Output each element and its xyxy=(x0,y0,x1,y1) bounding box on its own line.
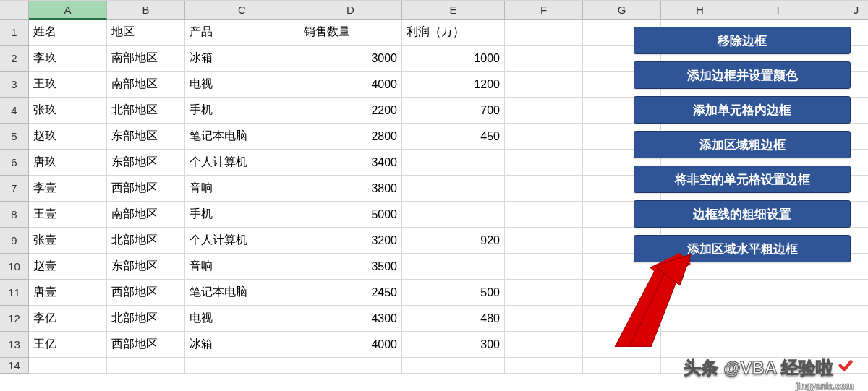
data-cell[interactable]: 东部地区 xyxy=(107,254,185,280)
data-cell[interactable]: 3400 xyxy=(299,150,402,176)
column-header-A[interactable]: A xyxy=(29,1,107,20)
column-header-E[interactable]: E xyxy=(402,1,505,20)
select-all-corner[interactable] xyxy=(0,1,29,20)
add-border-color-button[interactable]: 添加边框并设置颜色 xyxy=(634,61,851,89)
row-header-13[interactable]: 13 xyxy=(0,332,29,358)
data-cell[interactable] xyxy=(583,332,661,358)
data-cell[interactable]: 4000 xyxy=(299,72,402,98)
data-cell[interactable]: 西部地区 xyxy=(107,280,185,306)
data-cell[interactable]: 唐玖 xyxy=(29,150,107,176)
data-cell[interactable]: 李玖 xyxy=(29,46,107,72)
add-inner-border-button[interactable]: 添加单元格内边框 xyxy=(634,96,851,124)
row-header-8[interactable]: 8 xyxy=(0,202,29,228)
header-cell[interactable]: 地区 xyxy=(107,20,185,46)
data-cell[interactable] xyxy=(583,280,661,306)
data-cell[interactable] xyxy=(661,332,739,358)
data-cell[interactable]: 450 xyxy=(402,124,505,150)
data-cell[interactable]: 张玖 xyxy=(29,98,107,124)
data-cell[interactable]: 2200 xyxy=(299,98,402,124)
column-header-G[interactable]: G xyxy=(583,1,661,20)
column-header-D[interactable]: D xyxy=(299,1,402,20)
data-cell[interactable]: 笔记本电脑 xyxy=(185,280,299,306)
row-header-5[interactable]: 5 xyxy=(0,124,29,150)
data-cell[interactable]: 李亿 xyxy=(29,306,107,332)
data-cell[interactable] xyxy=(817,332,868,358)
data-cell[interactable] xyxy=(402,358,505,374)
data-cell[interactable] xyxy=(402,254,505,280)
data-cell[interactable]: 笔记本电脑 xyxy=(185,124,299,150)
data-cell[interactable] xyxy=(505,202,583,228)
data-cell[interactable] xyxy=(505,332,583,358)
data-cell[interactable]: 赵玖 xyxy=(29,124,107,150)
data-cell[interactable]: 东部地区 xyxy=(107,124,185,150)
border-weight-button[interactable]: 边框线的粗细设置 xyxy=(634,200,851,228)
row-header-1[interactable]: 1 xyxy=(0,20,29,46)
data-cell[interactable]: 4000 xyxy=(299,332,402,358)
data-cell[interactable] xyxy=(583,306,661,332)
row-header-14[interactable]: 14 xyxy=(0,358,29,374)
data-cell[interactable]: 赵壹 xyxy=(29,254,107,280)
data-cell[interactable] xyxy=(402,150,505,176)
data-cell[interactable] xyxy=(505,72,583,98)
data-cell[interactable] xyxy=(185,358,299,374)
data-cell[interactable] xyxy=(817,306,868,332)
data-cell[interactable] xyxy=(505,46,583,72)
data-cell[interactable]: 东部地区 xyxy=(107,150,185,176)
data-cell[interactable]: 王玖 xyxy=(29,72,107,98)
data-cell[interactable]: 500 xyxy=(402,280,505,306)
data-cell[interactable] xyxy=(505,150,583,176)
data-cell[interactable] xyxy=(505,124,583,150)
border-nonempty-button[interactable]: 将非空的单元格设置边框 xyxy=(634,166,851,193)
add-thick-range-border-button[interactable]: 添加区域粗边框 xyxy=(634,131,851,158)
data-cell[interactable]: 南部地区 xyxy=(107,46,185,72)
data-cell[interactable] xyxy=(107,358,185,374)
data-cell[interactable]: 南部地区 xyxy=(107,202,185,228)
data-cell[interactable] xyxy=(505,280,583,306)
data-cell[interactable] xyxy=(817,280,868,306)
column-header-B[interactable]: B xyxy=(107,1,185,20)
data-cell[interactable] xyxy=(583,358,661,374)
column-header-C[interactable]: C xyxy=(185,1,299,20)
data-cell[interactable]: 4300 xyxy=(299,306,402,332)
data-cell[interactable] xyxy=(402,176,505,202)
data-cell[interactable]: 王亿 xyxy=(29,332,107,358)
data-cell[interactable]: 李壹 xyxy=(29,176,107,202)
data-cell[interactable]: 700 xyxy=(402,98,505,124)
row-header-6[interactable]: 6 xyxy=(0,150,29,176)
data-cell[interactable] xyxy=(505,98,583,124)
data-cell[interactable]: 个人计算机 xyxy=(185,150,299,176)
remove-border-button[interactable]: 移除边框 xyxy=(634,27,851,54)
data-cell[interactable]: 北部地区 xyxy=(107,228,185,254)
row-header-10[interactable]: 10 xyxy=(0,254,29,280)
data-cell[interactable]: 2450 xyxy=(299,280,402,306)
data-cell[interactable] xyxy=(505,176,583,202)
data-cell[interactable]: 920 xyxy=(402,228,505,254)
data-cell[interactable]: 手机 xyxy=(185,98,299,124)
add-horizontal-thick-border-button[interactable]: 添加区域水平粗边框 xyxy=(634,235,851,262)
data-cell[interactable]: 音响 xyxy=(185,176,299,202)
data-cell[interactable] xyxy=(29,358,107,374)
data-cell[interactable]: 3000 xyxy=(299,46,402,72)
data-cell[interactable]: 张壹 xyxy=(29,228,107,254)
column-header-I[interactable]: I xyxy=(739,1,817,20)
data-cell[interactable] xyxy=(505,306,583,332)
row-header-2[interactable]: 2 xyxy=(0,46,29,72)
data-cell[interactable] xyxy=(661,306,739,332)
data-cell[interactable]: 北部地区 xyxy=(107,98,185,124)
column-header-H[interactable]: H xyxy=(661,1,739,20)
header-cell[interactable]: 利润（万） xyxy=(402,20,505,46)
data-cell[interactable]: 2800 xyxy=(299,124,402,150)
data-cell[interactable] xyxy=(299,358,402,374)
row-header-9[interactable]: 9 xyxy=(0,228,29,254)
data-cell[interactable]: 3200 xyxy=(299,228,402,254)
data-cell[interactable] xyxy=(739,332,817,358)
header-cell[interactable] xyxy=(505,20,583,46)
data-cell[interactable]: 480 xyxy=(402,306,505,332)
row-header-12[interactable]: 12 xyxy=(0,306,29,332)
data-cell[interactable]: 3500 xyxy=(299,254,402,280)
data-cell[interactable]: 西部地区 xyxy=(107,176,185,202)
data-cell[interactable]: 1200 xyxy=(402,72,505,98)
row-header-3[interactable]: 3 xyxy=(0,72,29,98)
data-cell[interactable] xyxy=(505,358,583,374)
data-cell[interactable]: 冰箱 xyxy=(185,332,299,358)
